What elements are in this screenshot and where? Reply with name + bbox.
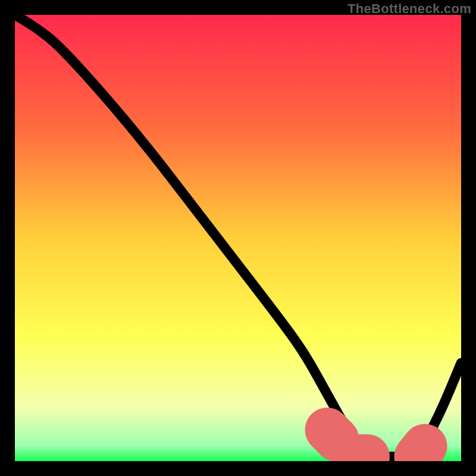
plot-area xyxy=(15,15,461,461)
chart-frame: TheBottleneck.com xyxy=(0,0,476,476)
optimal-region-marker xyxy=(327,430,434,457)
bottleneck-curve-line xyxy=(15,15,461,457)
watermark-text: TheBottleneck.com xyxy=(347,1,471,17)
curve-layer xyxy=(15,15,461,461)
